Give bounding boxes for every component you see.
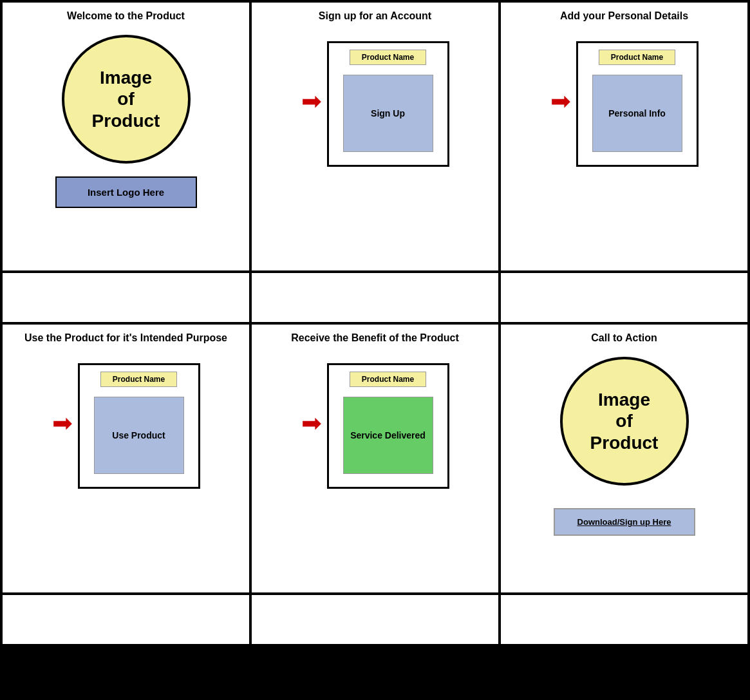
service-screen: Product Name Service Delivered	[327, 363, 449, 489]
service-product-name: Product Name	[350, 372, 426, 387]
cell-caption-4	[3, 595, 252, 647]
cell-signup: Sign up for an Account ➡ Product Name Si…	[252, 3, 501, 273]
cell-personal: Add your Personal Details ➡ Product Name…	[501, 3, 750, 273]
personal-title: Add your Personal Details	[560, 10, 688, 22]
product-circle-1: ImageofProduct	[62, 35, 191, 164]
signup-title: Sign up for an Account	[319, 10, 431, 22]
main-grid: Welcome to the Product ImageofProduct In…	[0, 0, 750, 647]
signup-content: Sign Up	[343, 75, 433, 152]
service-arrow: ➡	[301, 411, 322, 435]
cta-title: Call to Action	[591, 332, 657, 344]
cell-caption-1	[3, 273, 252, 325]
cell-caption-5	[252, 595, 501, 647]
signup-product-name: Product Name	[350, 50, 426, 65]
use-product-content: Use Product	[94, 397, 184, 474]
personal-screen: Product Name Personal Info	[576, 41, 698, 167]
use-product-title: Use the Product for it's Intended Purpos…	[24, 332, 227, 344]
product-circle-2: ImageofProduct	[560, 357, 689, 486]
service-content: Service Delivered	[343, 397, 433, 474]
cell-caption-3	[501, 273, 750, 325]
use-product-screen: Product Name Use Product	[78, 363, 200, 489]
use-product-name: Product Name	[100, 372, 177, 387]
product-circle-text-1: ImageofProduct	[92, 67, 160, 132]
use-product-arrow: ➡	[52, 411, 73, 435]
cell-use-product: Use the Product for it's Intended Purpos…	[3, 325, 252, 595]
insert-logo-button[interactable]: Insert Logo Here	[55, 176, 197, 208]
cell-caption-6	[501, 595, 750, 647]
personal-product-name: Product Name	[599, 50, 675, 65]
use-product-arrow-screen: ➡ Product Name Use Product	[10, 357, 241, 489]
signup-arrow: ➡	[301, 89, 322, 113]
personal-arrow: ➡	[550, 89, 571, 113]
service-arrow-screen: ➡ Product Name Service Delivered	[259, 357, 491, 489]
signup-screen: Product Name Sign Up	[327, 41, 449, 167]
signup-arrow-screen: ➡ Product Name Sign Up	[259, 35, 491, 167]
personal-content: Personal Info	[592, 75, 682, 152]
download-button[interactable]: Download/Sign up Here	[554, 508, 695, 536]
cell-welcome: Welcome to the Product ImageofProduct In…	[3, 3, 252, 273]
cell-caption-2	[252, 273, 501, 325]
service-title: Receive the Benefit of the Product	[291, 332, 459, 344]
product-circle-text-2: ImageofProduct	[590, 389, 659, 454]
cell-cta: Call to Action ImageofProduct Download/S…	[501, 325, 750, 595]
personal-arrow-screen: ➡ Product Name Personal Info	[509, 35, 740, 167]
welcome-title: Welcome to the Product	[67, 10, 185, 22]
cell-service: Receive the Benefit of the Product ➡ Pro…	[252, 325, 501, 595]
